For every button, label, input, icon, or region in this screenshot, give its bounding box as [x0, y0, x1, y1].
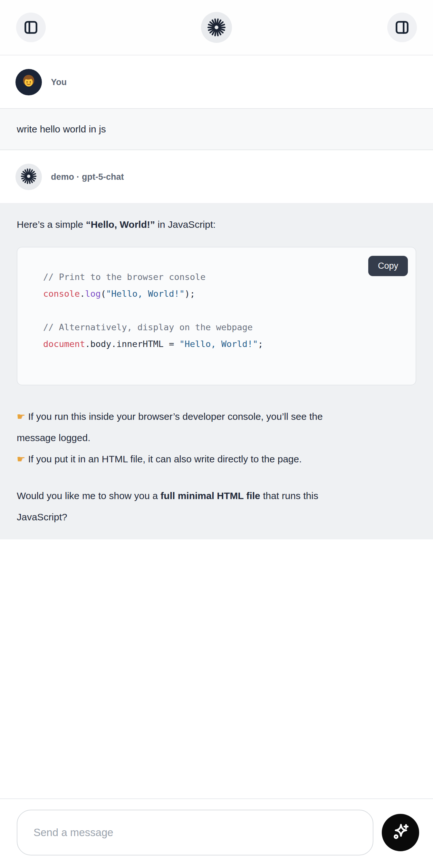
- top-bar: [0, 0, 433, 55]
- user-author-label: You: [51, 77, 67, 87]
- right-panel-toggle-button[interactable]: [387, 12, 417, 42]
- chat-scroll-area[interactable]: You write hello world in js demo · gpt-5…: [0, 55, 433, 539]
- assistant-tips-text: ☛ If you run this inside your browser’s …: [17, 406, 342, 470]
- composer-bar: [0, 798, 433, 868]
- panel-right-icon: [395, 20, 409, 35]
- app-logo-button[interactable]: [201, 12, 232, 43]
- code-block: Copy // Print to the browser consolecons…: [17, 247, 416, 385]
- user-message: write hello world in js: [0, 108, 433, 150]
- assistant-model-label: demo · gpt-5-chat: [51, 172, 124, 182]
- assistant-avatar: [16, 164, 42, 190]
- person-emoji-icon: [20, 73, 37, 91]
- user-message-text: write hello world in js: [17, 119, 342, 140]
- assistant-intro-text: Here’s a simple “Hello, World!” in JavaS…: [17, 214, 342, 235]
- send-button[interactable]: [382, 814, 419, 851]
- user-turn-header: You: [0, 55, 433, 108]
- copy-code-button[interactable]: Copy: [368, 256, 408, 276]
- sparkles-icon: [391, 822, 410, 843]
- starburst-icon: [207, 18, 226, 37]
- assistant-message: Here’s a simple “Hello, World!” in JavaS…: [0, 203, 433, 539]
- panel-left-icon: [24, 20, 38, 35]
- sidebar-toggle-button[interactable]: [16, 12, 46, 42]
- message-input[interactable]: [17, 810, 373, 856]
- code-content[interactable]: // Print to the browser consoleconsole.l…: [18, 247, 415, 385]
- assistant-question-text: Would you like me to show you a full min…: [17, 485, 342, 528]
- user-avatar: [16, 69, 42, 95]
- assistant-turn-header: demo · gpt-5-chat: [0, 150, 433, 203]
- starburst-icon: [20, 168, 37, 186]
